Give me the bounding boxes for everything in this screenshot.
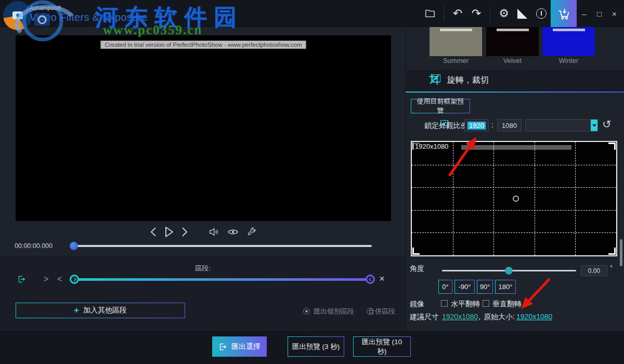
minimize-button[interactable]: – bbox=[577, 0, 592, 27]
grid-line bbox=[412, 210, 616, 211]
add-segment-button-border: + 加入其他區段 bbox=[16, 303, 185, 318]
dropdown-arrow-button[interactable] bbox=[591, 120, 597, 131]
rotate-90-button[interactable]: 90° bbox=[477, 280, 492, 293]
rotate-neg90-button[interactable]: -90° bbox=[455, 280, 474, 293]
segment-export-button[interactable] bbox=[16, 274, 27, 284]
buy-cart-button[interactable] bbox=[551, 0, 577, 27]
add-segment-label: 加入其他區段 bbox=[83, 306, 127, 315]
use-current-frame-preview-button[interactable]: 使用目前框架預覽 bbox=[411, 99, 470, 113]
undo-button[interactable]: ↶ bbox=[448, 0, 467, 27]
settings-button[interactable]: ⚙ bbox=[495, 0, 513, 27]
export-selection-button[interactable]: 匯出選擇 bbox=[212, 336, 267, 357]
filter-label-summer: Summer bbox=[430, 57, 482, 64]
seek-slider[interactable] bbox=[70, 245, 372, 247]
aspect-colon: : bbox=[491, 121, 493, 129]
export-door-icon bbox=[17, 274, 26, 284]
maximize-icon: □ bbox=[597, 9, 602, 18]
grid-line bbox=[412, 187, 616, 188]
playback-controls bbox=[16, 224, 391, 240]
segment-remove-button[interactable]: × bbox=[379, 273, 385, 284]
rotate-90-border: 90° bbox=[477, 280, 493, 294]
filter-thumbnail-velvet[interactable] bbox=[486, 27, 539, 56]
filter-thumbnail-winter[interactable] bbox=[542, 27, 595, 56]
aspect-width-input[interactable]: 1920 bbox=[464, 119, 489, 132]
app-title: Video Filters & Exposure bbox=[30, 11, 148, 23]
export-preview-10s-button[interactable]: 匯出預覽 (10 秒) bbox=[354, 337, 410, 356]
add-segment-button[interactable]: + 加入其他區段 bbox=[16, 303, 185, 318]
panel-scrollbar-thumb[interactable] bbox=[620, 239, 622, 266]
crop-center-marker bbox=[513, 196, 519, 202]
previous-frame-button[interactable] bbox=[149, 227, 158, 237]
segment-step-back-button[interactable]: < bbox=[57, 275, 62, 284]
redo-button[interactable]: ↷ bbox=[467, 0, 486, 27]
grid-line bbox=[535, 142, 535, 255]
suggested-size-link[interactable]: 1920x1080 bbox=[442, 313, 478, 321]
chevron-right-icon bbox=[181, 227, 188, 237]
grid-line bbox=[493, 142, 494, 255]
segment-end-handle[interactable] bbox=[366, 275, 375, 284]
original-size-link[interactable]: 1920x1080 bbox=[516, 313, 552, 321]
open-file-button[interactable] bbox=[421, 0, 439, 27]
info-icon bbox=[536, 8, 547, 19]
segment-title: 區段: bbox=[0, 264, 406, 273]
crop-preview-area[interactable]: 1920x1080 bbox=[411, 141, 617, 256]
section-title: 旋轉，裁切 bbox=[447, 75, 489, 86]
aspect-preset-dropdown[interactable] bbox=[525, 119, 598, 132]
bottom-action-bar: 匯出選擇 匯出預覽 (3 秒) 匯出預覽 (10 秒) bbox=[0, 331, 624, 364]
flip-vertical-checkbox[interactable] bbox=[483, 300, 489, 307]
filter-label-winter: Winter bbox=[542, 57, 595, 64]
flip-horizontal-label: 水平翻轉 bbox=[451, 300, 480, 309]
segment-range-slider[interactable] bbox=[74, 278, 370, 281]
export-preview-3s-button[interactable]: 匯出預覽 (3 秒) bbox=[288, 337, 344, 356]
radio-export-individual-label: 匯出個別區段 bbox=[314, 307, 354, 316]
rotate-180-button[interactable]: 180° bbox=[496, 280, 515, 293]
angle-slider-thumb[interactable] bbox=[505, 267, 513, 275]
aspect-height-input[interactable]: 1080 bbox=[497, 119, 522, 132]
video-preview: Created in trial version of PerfectPhoto… bbox=[16, 35, 391, 221]
volume-button[interactable] bbox=[207, 226, 220, 238]
crop-trial-watermark bbox=[461, 145, 571, 150]
toolbar: ↶ ↷ ⚙ – □ × bbox=[421, 0, 624, 27]
ashampoo-logo bbox=[3, 1, 32, 30]
crop-size-label: 1920x1080 bbox=[413, 142, 450, 150]
mirror-label: 鏡像 bbox=[410, 300, 424, 309]
chevron-left-icon bbox=[369, 277, 372, 282]
tools-button[interactable] bbox=[245, 226, 258, 238]
flip-horizontal-checkbox[interactable] bbox=[441, 300, 448, 307]
play-button[interactable] bbox=[163, 226, 175, 238]
minimize-icon: – bbox=[582, 9, 586, 18]
reset-aspect-button[interactable]: ↺ bbox=[602, 118, 612, 131]
export-preview-3s-border: 匯出預覽 (3 秒) bbox=[288, 336, 344, 357]
chevron-down-icon bbox=[592, 124, 596, 127]
grid-line bbox=[453, 142, 453, 255]
rotate-0-button[interactable]: 0° bbox=[439, 280, 452, 293]
filter-label-velvet: Velvet bbox=[486, 57, 539, 64]
aspect-width-value: 1920 bbox=[467, 122, 486, 129]
chevron-right-icon bbox=[73, 277, 76, 282]
close-button[interactable]: × bbox=[607, 0, 622, 27]
next-frame-button[interactable] bbox=[180, 227, 189, 237]
rotate-0-border: 0° bbox=[438, 280, 452, 294]
crop-corner-handle[interactable] bbox=[412, 248, 420, 255]
comma-separator: ， bbox=[476, 313, 483, 322]
angle-value-input[interactable]: 0.00 bbox=[581, 265, 607, 276]
aspect-height-value: 1080 bbox=[502, 122, 517, 129]
radio-export-individual[interactable] bbox=[303, 308, 310, 315]
lock-aspect-label: 鎖定外觀比例 bbox=[424, 121, 468, 131]
seek-slider-thumb[interactable] bbox=[70, 242, 78, 250]
info-button[interactable] bbox=[532, 0, 551, 27]
crop-corner-handle[interactable] bbox=[608, 142, 616, 150]
maximize-button[interactable]: □ bbox=[592, 0, 607, 27]
section-underline bbox=[406, 92, 624, 93]
export-selection-label: 匯出選擇 bbox=[231, 342, 261, 352]
rotate-180-border: 180° bbox=[495, 280, 516, 294]
segment-step-forward-button[interactable]: > bbox=[44, 275, 48, 284]
crop-corner-handle[interactable] bbox=[608, 248, 616, 255]
segment-start-handle[interactable] bbox=[70, 275, 79, 284]
filter-thumbnail-summer[interactable] bbox=[430, 27, 482, 56]
segment-panel: 區段: bbox=[0, 255, 406, 331]
exposure-button[interactable] bbox=[513, 0, 532, 27]
wrench-icon bbox=[246, 226, 257, 238]
preview-toggle-button[interactable] bbox=[226, 226, 240, 238]
folder-icon bbox=[424, 8, 436, 19]
